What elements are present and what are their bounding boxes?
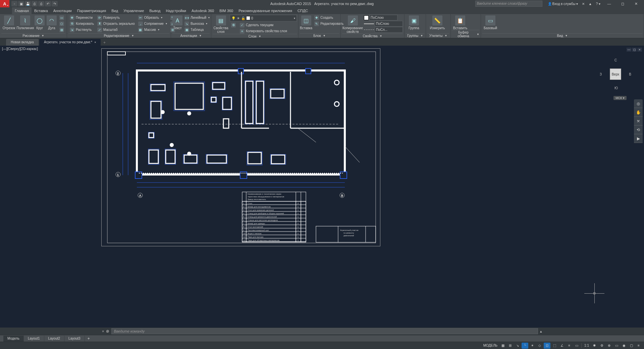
tab-apps[interactable]: Рекомендованные приложения — [236, 7, 295, 14]
measure-button[interactable]: 📏Измерить — [427, 15, 447, 30]
status-hardware-icon[interactable]: ▭ — [613, 343, 620, 349]
status-3dosnap-icon[interactable]: ⬚ — [551, 343, 558, 349]
arc-button[interactable]: ◠Дуга — [46, 15, 57, 30]
status-snap-icon[interactable]: ⊞ — [507, 343, 514, 349]
tab-drawing[interactable]: Агрегатн. участок по рем.двиг.*× — [39, 39, 101, 46]
draw-more-1[interactable]: ▭ — [58, 15, 65, 20]
vp-close-icon[interactable]: × — [637, 48, 642, 52]
qat-saveas-icon[interactable]: ⎙ — [32, 1, 38, 6]
panel-view-title[interactable]: Вид▼ — [482, 33, 642, 38]
qat-new-icon[interactable]: ▫ — [11, 1, 17, 6]
tab-spds[interactable]: СПДС — [295, 7, 311, 14]
circle-button[interactable]: ◯Круг — [34, 15, 45, 30]
status-anno-icon[interactable]: ✱ — [591, 343, 598, 349]
layout-2[interactable]: Layout2 — [44, 336, 65, 342]
scale-button[interactable]: ⤢Масштаб — [96, 27, 136, 33]
qat-undo-icon[interactable]: ↶ — [45, 1, 51, 6]
leader-button[interactable]: ↘Выноска▾ — [183, 21, 211, 27]
command-input[interactable]: Введите команду — [111, 328, 538, 334]
tab-manage[interactable]: Управление — [121, 7, 147, 14]
match-layer-button[interactable]: ≡Копировать свойства слоя — [238, 28, 288, 34]
showmotion-icon[interactable]: ▶ — [634, 134, 643, 143]
cmd-recent-icon[interactable]: ▴ — [540, 329, 542, 334]
qat-print-icon[interactable]: ⎙ — [38, 1, 44, 6]
status-polar-icon[interactable]: ✶ — [529, 343, 536, 349]
status-model[interactable]: МОДЕЛЬ — [482, 343, 499, 349]
new-tab-button[interactable]: + — [101, 40, 107, 46]
rotate-button[interactable]: ⟳Повернуть — [96, 15, 136, 20]
dim-linear-button[interactable]: ⟷Линейный▾ — [183, 15, 211, 20]
status-iso-icon[interactable]: ◇ — [536, 343, 543, 349]
status-scale[interactable]: 1:1 — [583, 343, 590, 349]
panel-layers-title[interactable]: Слои▼ — [213, 34, 297, 39]
panel-block-title[interactable]: Блок▼ — [300, 33, 339, 38]
qat-save-icon[interactable]: 💾 — [25, 1, 31, 6]
tab-home[interactable]: Главная — [12, 7, 32, 14]
vp-minimize-icon[interactable]: — — [627, 48, 631, 52]
ucs-label[interactable]: МСК ▾ — [613, 96, 627, 100]
baseview-button[interactable]: ▭Базовый — [482, 15, 498, 30]
maximize-button[interactable]: ◻ — [616, 0, 629, 7]
status-tpy-icon[interactable]: ▭ — [573, 343, 580, 349]
status-custom-icon[interactable]: ≡ — [635, 343, 642, 349]
status-grid-icon[interactable]: ▦ — [499, 343, 506, 349]
panel-clip-title[interactable]: Буфер обмена▼ — [452, 30, 479, 38]
tab-bim360[interactable]: BIM 360 — [217, 7, 236, 14]
fillet-button[interactable]: ◞Сопряжение▾ — [137, 21, 168, 27]
status-infer-icon[interactable]: ↘ — [514, 343, 521, 349]
close-tab-icon[interactable]: × — [94, 41, 96, 44]
draw-more-3[interactable]: ▨ — [58, 27, 65, 33]
panel-props-title[interactable]: Свойства▼ — [342, 34, 403, 38]
view-cube[interactable]: С Ю В З Верх — [600, 59, 631, 89]
panel-utils-title[interactable]: Утилиты▼ — [427, 33, 449, 38]
group-button[interactable]: ▣Группа — [406, 15, 422, 30]
steering-wheel-icon[interactable]: ◎ — [634, 99, 643, 108]
create-block-button[interactable]: ✚Создать — [313, 15, 345, 20]
close-button[interactable]: ✕ — [629, 0, 643, 7]
status-ortho-icon[interactable]: └ — [522, 343, 528, 349]
qat-redo-icon[interactable]: ↷ — [52, 1, 58, 6]
linetype-combo[interactable]: ПоСл... — [364, 27, 403, 33]
panel-draw-title[interactable]: Рисование▼ — [1, 33, 65, 38]
tab-output[interactable]: Вывод — [147, 7, 163, 14]
text-button[interactable]: AТекст — [172, 15, 182, 30]
layout-model[interactable]: Модель — [3, 336, 24, 342]
make-current-button[interactable]: ✓Сделать текущим — [238, 22, 288, 28]
status-isolate-icon[interactable]: ◉ — [621, 343, 627, 349]
array-button[interactable]: ▦Массив▾ — [137, 27, 168, 33]
table-button[interactable]: ▦Таблица — [183, 27, 211, 33]
tab-a360[interactable]: Autodesk 360 — [189, 7, 217, 14]
layer-props-button[interactable]: ▤Свойства слоя — [213, 15, 229, 34]
status-otrack-icon[interactable]: ∠ — [558, 343, 565, 349]
viewcube-top[interactable]: Верх — [610, 68, 621, 80]
status-clean-icon[interactable]: ▢ — [628, 343, 635, 349]
layer-tool-1[interactable]: ⦿ — [230, 22, 237, 28]
tab-start[interactable]: Новая вкладка — [6, 39, 39, 46]
move-button[interactable]: ✥Перенести — [68, 15, 95, 20]
tab-parametric[interactable]: Параметризация — [74, 7, 109, 14]
viewport-label[interactable]: [—][Сверху][2D-каркас] — [2, 47, 38, 51]
tab-addins[interactable]: Надстройки — [163, 7, 189, 14]
vp-maximize-icon[interactable]: ◻ — [632, 48, 637, 52]
lineweight-combo[interactable]: ПоСлою — [364, 21, 403, 27]
draw-more-2[interactable]: ⬡ — [58, 21, 65, 27]
exchange-icon[interactable]: ✕ — [580, 0, 587, 7]
app-menu-button[interactable]: A — [0, 0, 9, 7]
insert-block-button[interactable]: ◫Вставка — [300, 15, 312, 30]
pan-icon[interactable]: ✋ — [634, 108, 643, 117]
help-search-input[interactable]: Введите ключевое слово/фразу — [475, 1, 542, 7]
panel-modify-title[interactable]: Редактирование▼ — [68, 33, 169, 38]
orbit-icon[interactable]: ⟲ — [634, 126, 643, 134]
layout-1[interactable]: Layout1 — [24, 336, 44, 342]
mirror-button[interactable]: ⧗Отразить зеркально — [96, 21, 136, 27]
layer-combo[interactable]: 💡☀🔓 0 ▾ — [230, 15, 297, 21]
status-annomon-icon[interactable]: ⊕ — [606, 343, 612, 349]
a360-icon[interactable]: ▲ — [587, 0, 594, 7]
tab-insert[interactable]: Вставка — [32, 7, 51, 14]
zoom-extents-icon[interactable]: ⤧ — [634, 117, 643, 126]
panel-groups-title[interactable]: Группы▼ — [406, 33, 424, 38]
tab-view[interactable]: Вид — [109, 7, 121, 14]
match-props-button[interactable]: 🖌Копирование свойств — [342, 15, 363, 34]
stretch-button[interactable]: ⇲Растянуть — [68, 27, 95, 33]
tab-annotate[interactable]: Аннотации — [51, 7, 74, 14]
